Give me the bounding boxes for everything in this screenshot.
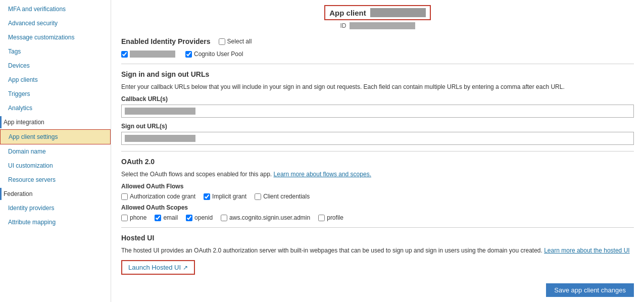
scope-aws-cognito-checkbox[interactable] (221, 215, 227, 221)
sidebar-item-app-client-settings[interactable]: App client settings (0, 129, 111, 144)
scope-phone-checkbox[interactable] (121, 215, 128, 221)
flow-client-creds-checkbox[interactable] (255, 193, 261, 200)
scope-email-label[interactable]: email (155, 214, 178, 221)
signin-signout-desc: Enter your callback URLs below that you … (121, 82, 634, 91)
app-client-id-label: ID (340, 22, 346, 29)
main-content: App client ID Enabled Identity Providers… (111, 0, 644, 302)
flow-auth-code-label[interactable]: Authorization code grant (121, 193, 195, 200)
oauth-scopes-row: phone email openid aws.cognito.signin.us… (121, 214, 634, 221)
sidebar-section-federation[interactable]: Federation (0, 188, 111, 200)
oauth-desc: Select the OAuth flows and scopes enable… (121, 170, 634, 179)
save-btn-area: Save app client changes (546, 283, 634, 297)
app-client-name-redacted (370, 8, 426, 17)
sidebar-item-triggers[interactable]: Triggers (0, 87, 111, 101)
oauth-title: OAuth 2.0 (121, 158, 634, 166)
allowed-scopes-label: Allowed OAuth Scopes (121, 204, 634, 211)
app-client-header: App client ID (121, 5, 634, 29)
hosted-ui-learn-more-link[interactable]: Learn more about the hosted UI (544, 247, 629, 254)
launch-hosted-ui-button[interactable]: Launch Hosted UI ↗ (121, 260, 195, 275)
flow-implicit-label[interactable]: Implicit grant (204, 193, 246, 200)
sidebar: MFA and verifications Advanced security … (0, 0, 111, 302)
scope-openid-label[interactable]: openid (186, 214, 213, 221)
external-link-icon: ↗ (183, 264, 188, 271)
allowed-scopes-section: Allowed OAuth Scopes phone email openid … (121, 204, 634, 221)
flow-implicit-checkbox[interactable] (204, 193, 210, 200)
sidebar-item-ui-customization[interactable]: UI customization (0, 159, 111, 173)
callback-url-value-redacted (125, 108, 195, 115)
sidebar-item-domain-name[interactable]: Domain name (0, 144, 111, 159)
callback-url-field-wrapper (121, 105, 634, 118)
sidebar-item-attribute-mapping[interactable]: Attribute mapping (0, 215, 111, 229)
oauth-flows-row: Authorization code grant Implicit grant … (121, 193, 634, 200)
sidebar-item-identity-providers[interactable]: Identity providers (0, 201, 111, 215)
allowed-flows-section: Allowed OAuth Flows Authorization code g… (121, 183, 634, 200)
select-all-label[interactable]: Select all (219, 38, 252, 45)
oauth-learn-more-link[interactable]: Learn more about flows and scopes. (274, 171, 371, 178)
scope-aws-cognito-label[interactable]: aws.cognito.signin.user.admin (221, 214, 310, 221)
app-client-title: App client (329, 9, 366, 17)
app-client-id-value-redacted (350, 22, 415, 29)
sidebar-item-tags[interactable]: Tags (0, 44, 111, 59)
signin-signout-title: Sign in and sign out URLs (121, 70, 634, 78)
section-oauth: OAuth 2.0 Select the OAuth flows and sco… (121, 151, 634, 221)
signout-url-label: Sign out URL(s) (121, 123, 634, 130)
idp-cognito-checkbox[interactable] (185, 51, 192, 58)
flow-auth-code-checkbox[interactable] (121, 193, 128, 200)
idp-section-title: Enabled Identity Providers (121, 37, 211, 45)
scope-profile-label[interactable]: profile (318, 214, 343, 221)
sidebar-item-devices[interactable]: Devices (0, 59, 111, 73)
section-identity-providers: Enabled Identity Providers Select all Co… (121, 37, 634, 58)
section-hosted-ui: Hosted UI The hosted UI provides an OAut… (121, 227, 634, 275)
idp-cognito-label[interactable]: Cognito User Pool (185, 51, 243, 58)
flow-client-creds-label[interactable]: Client credentials (255, 193, 310, 200)
select-all-checkbox[interactable] (219, 38, 225, 45)
hosted-ui-title: Hosted UI (121, 234, 634, 242)
sidebar-item-message-customizations[interactable]: Message customizations (0, 30, 111, 44)
app-client-title-row: App client (324, 5, 431, 20)
callback-url-label: Callback URL(s) (121, 95, 634, 103)
allowed-flows-label: Allowed OAuth Flows (121, 183, 634, 190)
signout-url-field-wrapper (121, 132, 634, 145)
sidebar-section-app-integration[interactable]: App integration (0, 116, 111, 128)
app-client-id-row: ID (340, 22, 415, 29)
scope-openid-checkbox[interactable] (186, 215, 192, 221)
callback-url-group: Callback URL(s) (121, 95, 634, 118)
idp-redacted-name (130, 51, 175, 58)
idp-redacted-checkbox[interactable] (121, 51, 128, 58)
scope-email-checkbox[interactable] (155, 215, 161, 221)
sidebar-item-advanced-security[interactable]: Advanced security (0, 16, 111, 30)
sidebar-item-resource-servers[interactable]: Resource servers (0, 173, 111, 187)
section-signin-signout: Sign in and sign out URLs Enter your cal… (121, 64, 634, 145)
sidebar-item-app-clients[interactable]: App clients (0, 73, 111, 87)
save-button[interactable]: Save app client changes (546, 283, 634, 297)
idp-row: Cognito User Pool (121, 51, 634, 58)
idp-redacted-label[interactable] (121, 51, 175, 58)
hosted-ui-desc: The hosted UI provides an OAuth 2.0 auth… (121, 246, 634, 255)
sidebar-item-analytics[interactable]: Analytics (0, 101, 111, 115)
scope-profile-checkbox[interactable] (318, 215, 325, 221)
signout-url-group: Sign out URL(s) (121, 123, 634, 145)
scope-phone-label[interactable]: phone (121, 214, 146, 221)
signout-url-value-redacted (125, 135, 195, 142)
sidebar-item-mfa[interactable]: MFA and verifications (0, 2, 111, 16)
